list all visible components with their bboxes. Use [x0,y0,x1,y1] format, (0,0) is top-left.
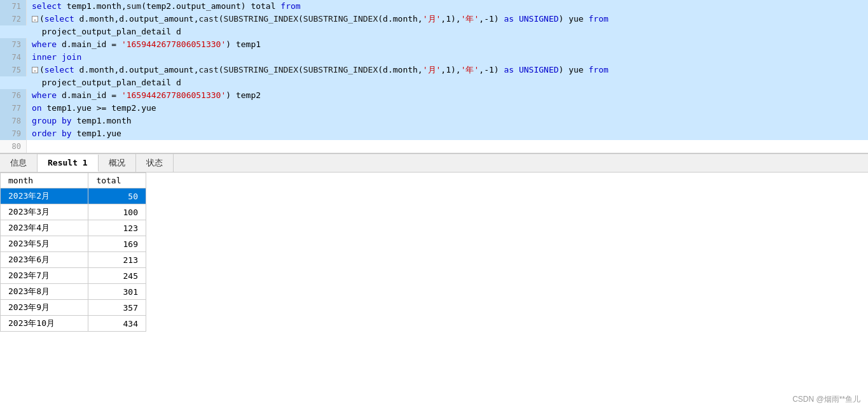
bottom-panel: 信息 Result 1 概况 状态 month total 2023年2月502… [0,153,868,410]
line-content: where d.main_id = '1659442677806051330')… [27,89,868,102]
line-content: -(select d.month,d.output_amount,cast(SU… [27,64,868,76]
line-content: -(select d.month,d.output_amount,cast(SU… [27,13,868,25]
line-content: select temp1.month,sum(temp2.output_amou… [27,0,868,13]
table-header-row: month total [1,173,146,188]
cell-total: 301 [88,284,146,300]
code-line-77: 77 on temp1.yue >= temp2.yue [0,102,868,115]
cell-total: 123 [88,220,146,236]
code-line-73: 73 where d.main_id = '165944267780605133… [0,38,868,51]
line-number: 73 [0,38,27,51]
col-header-total: total [88,173,146,188]
collapse-icon[interactable]: - [32,16,38,22]
line-number: 74 [0,51,27,64]
line-content: project_output_plan_detail d [27,76,868,89]
cell-month: 2023年4月 [1,220,88,236]
tabs-bar: 信息 Result 1 概况 状态 [0,153,868,173]
table-row[interactable]: 2023年10月434 [1,316,146,332]
code-line-75-cont: project_output_plan_detail d [0,76,868,89]
cell-total: 50 [88,188,146,204]
cell-total: 357 [88,300,146,316]
table-row[interactable]: 2023年8月301 [1,284,146,300]
code-line-75: 75 -(select d.month,d.output_amount,cast… [0,64,868,76]
code-line-80: 80 [0,140,868,153]
table-row[interactable]: 2023年7月245 [1,268,146,284]
cell-total: 169 [88,236,146,252]
tab-overview[interactable]: 概况 [99,154,136,172]
cell-total: 434 [88,316,146,332]
line-number: 75 [0,64,27,76]
code-line-72-cont: project_output_plan_detail d [0,25,868,38]
table-row[interactable]: 2023年4月123 [1,220,146,236]
line-content: order by temp1.yue [27,127,868,140]
line-number: 77 [0,102,27,115]
line-content: group by temp1.month [27,115,868,127]
tab-status[interactable]: 状态 [136,154,174,172]
line-number: 76 [0,89,27,102]
table-row[interactable]: 2023年9月357 [1,300,146,316]
cell-total: 100 [88,204,146,220]
line-number: 71 [0,0,27,13]
cell-month: 2023年3月 [1,204,88,220]
table-row[interactable]: 2023年3月100 [1,204,146,220]
line-number: 72 [0,13,27,25]
code-line-71: 71 select temp1.month,sum(temp2.output_a… [0,0,868,13]
results-area: month total 2023年2月502023年3月1002023年4月12… [0,173,868,410]
line-number: 80 [0,140,27,153]
watermark: CSDN @烟雨**鱼儿 [792,394,860,405]
cell-month: 2023年7月 [1,268,88,284]
table-row[interactable]: 2023年6月213 [1,252,146,268]
cell-month: 2023年2月 [1,188,88,204]
line-content: inner join [27,51,868,64]
code-line-74: 74 inner join [0,51,868,64]
cell-total: 213 [88,252,146,268]
table-row[interactable]: 2023年2月50 [1,188,146,204]
table-row[interactable]: 2023年5月169 [1,236,146,252]
code-line-78: 78 group by temp1.month [0,115,868,127]
col-header-month: month [1,173,88,188]
code-line-79: 79 order by temp1.yue [0,127,868,140]
cell-total: 245 [88,268,146,284]
results-table: month total 2023年2月502023年3月1002023年4月12… [0,173,146,332]
collapse-icon[interactable]: - [32,67,38,73]
cell-month: 2023年8月 [1,284,88,300]
cell-month: 2023年10月 [1,316,88,332]
line-content: project_output_plan_detail d [27,25,868,38]
code-editor: 71 select temp1.month,sum(temp2.output_a… [0,0,868,153]
code-line-72: 72 -(select d.month,d.output_amount,cast… [0,13,868,25]
line-number: 79 [0,127,27,140]
cell-month: 2023年6月 [1,252,88,268]
cell-month: 2023年9月 [1,300,88,316]
line-number: 78 [0,115,27,127]
tab-info[interactable]: 信息 [0,154,38,172]
cell-month: 2023年5月 [1,236,88,252]
code-line-76: 76 where d.main_id = '165944267780605133… [0,89,868,102]
tab-result1[interactable]: Result 1 [38,155,99,172]
line-content: on temp1.yue >= temp2.yue [27,102,868,115]
app-container: 71 select temp1.month,sum(temp2.output_a… [0,0,868,410]
line-content: where d.main_id = '1659442677806051330')… [27,38,868,51]
